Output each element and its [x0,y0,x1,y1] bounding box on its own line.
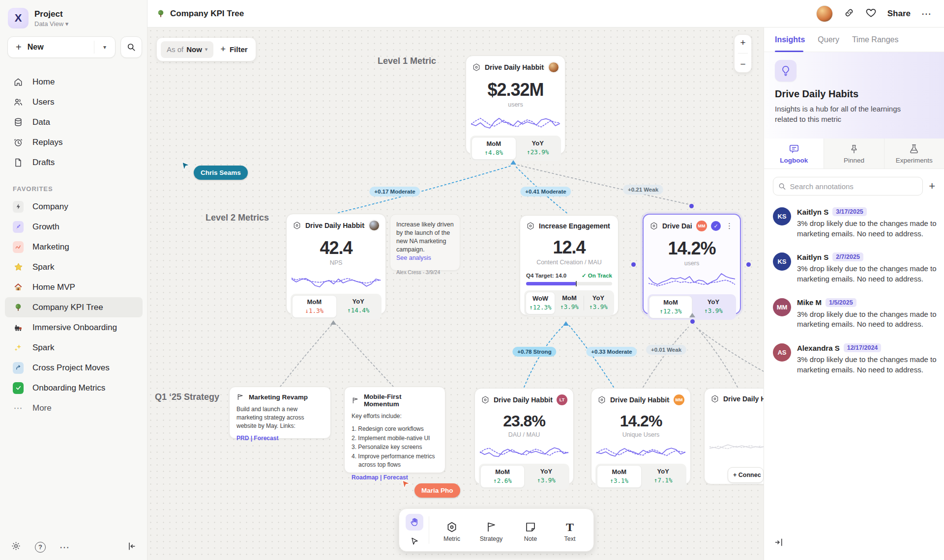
panel-collapse-icon[interactable] [774,537,784,549]
pointer-tool-icon[interactable] [410,537,419,546]
sidebar-item-drafts[interactable]: Drafts [5,152,143,172]
tab-insights[interactable]: Insights [775,35,805,44]
sidebar-item-cross-project-moves[interactable]: Cross Project Moves [5,358,143,378]
sidebar-item-users[interactable]: Users [5,92,143,112]
metric-card-l2c-selected[interactable]: Drive Daily Habb.. MM ✓ ⋮ 14.2% users Mo… [643,214,741,314]
selection-handle[interactable] [689,204,694,208]
subtab-pinned[interactable]: Pinned [824,139,884,168]
annotation-item[interactable]: AS Alexandra S12/17/2024 3% drop likely … [764,336,944,382]
annotation-item[interactable]: MM Mike M1/5/2025 3% drop likely due to … [764,291,944,336]
stat-mom[interactable]: MoM↑3.9% [555,292,584,314]
strategy-card-marketing-revamp[interactable]: Marketing Revamp Build and launch a new … [229,387,331,439]
sidebar-item-spark[interactable]: Spark [5,257,143,277]
owner-avatar[interactable] [369,220,380,231]
stat-yoy[interactable]: YoY↑3.9% [692,296,735,318]
stat-mom[interactable]: MoM↑12.3% [649,296,692,318]
subtab-logbook[interactable]: Logbook [764,139,824,168]
chevron-down-icon[interactable]: ▾ [94,44,115,51]
user-avatar[interactable] [816,5,833,22]
project-view-selector[interactable]: Data View ▾ [34,20,68,28]
add-annotation-button[interactable]: + [929,180,935,193]
train-icon [13,323,24,332]
zoom-out-button[interactable]: − [740,59,745,70]
rocket-icon [13,221,24,233]
sidebar-item-company-kpi-tree[interactable]: Company KPI Tree [5,297,143,317]
stat-yoy[interactable]: YoY↑3.9% [584,292,613,314]
note-see-analysis-link[interactable]: See analysis [396,254,454,262]
correlation-badge[interactable]: +0.33 Moderate [586,347,637,357]
sidebar-item-company[interactable]: Company [5,196,143,217]
metric-tool-button[interactable]: Metric [432,518,472,542]
metric-card-l1[interactable]: Drive Daily Habbits $2.32M users MoM↑4.8… [466,56,565,154]
project-switcher[interactable]: X Project Data View ▾ [8,8,68,28]
sidebar-item-marketing[interactable]: Marketing [5,237,143,257]
sidebar-item-home[interactable]: Home [5,72,143,92]
strategy-tool-button[interactable]: Strategy [472,518,511,542]
stat-mom[interactable]: MoM↓1.3% [292,295,337,318]
stat-yoy[interactable]: YoY↑7.1% [642,465,685,488]
metric-card-l2b[interactable]: Increase Engagement 12.4 Content Creatio… [520,215,619,315]
help-icon[interactable]: ? [35,542,46,553]
annotation-item[interactable]: KS Kaitlyn S3/17/2025 3% drop likely due… [764,200,944,246]
kebab-menu-icon[interactable]: ⋮ [725,222,734,230]
stat-wow[interactable]: WoW↑12.3% [526,292,555,314]
sidebar-item-onboarding-metrics[interactable]: Onboarding Metrics [5,378,143,398]
metric-card-l3a[interactable]: Drive Daily Habbits LT 23.8% DAU / MAU M… [474,388,574,484]
connect-button[interactable]: + Connec [728,467,764,483]
sidebar-item-more[interactable]: ⋯ More [5,398,143,418]
zoom-in-button[interactable]: + [740,37,745,48]
copy-link-icon[interactable] [844,7,855,20]
owner-badge[interactable]: LT [557,394,567,405]
strategy-links[interactable]: PRD | Forecast [236,435,324,442]
annotation-search-box[interactable] [773,177,923,196]
settings-gear-icon[interactable] [11,541,21,553]
stat-mom[interactable]: MoM↑2.6% [480,465,525,488]
correlation-badge[interactable]: +0.41 Moderate [520,187,571,196]
correlation-badge[interactable]: +0.21 Weak [623,185,663,195]
owner-badge[interactable]: MM [696,221,707,231]
asof-selector[interactable]: As ofNow▾ [161,41,213,58]
favorite-heart-icon[interactable] [865,7,877,20]
sidebar-item-replays[interactable]: Replays [5,132,143,152]
metric-card-l2a[interactable]: Drive Daily Habbits 42.4 NPS MoM↓1.3% Yo… [286,214,386,314]
note-tool-button[interactable]: Note [511,518,550,542]
stat-yoy[interactable]: YoY↑23.9% [516,137,560,160]
correlation-badge[interactable]: +0.78 Strong [512,347,556,357]
sidebar-item-spark-2[interactable]: Spark [5,337,143,358]
selection-handle[interactable] [746,262,751,267]
annotation-item[interactable]: KS Kaitlyn S2/7/2025 3% drop likely due … [764,246,944,291]
subtab-experiments[interactable]: Experiments [884,139,944,168]
selection-handle[interactable] [631,262,636,267]
more-options-icon[interactable]: ⋯ [59,541,70,553]
tab-query[interactable]: Query [818,35,839,44]
strategy-links[interactable]: Roadmap | Forecast [352,474,438,481]
note-card[interactable]: Increase likely driven by the launch of … [390,214,460,271]
hand-tool-button[interactable] [406,514,423,531]
owner-avatar[interactable] [548,62,559,73]
sidebar-item-home-mvp[interactable]: Home MVP [5,277,143,297]
correlation-badge[interactable]: +0.17 Moderate [369,187,420,196]
sidebar-item-data[interactable]: Data [5,112,143,132]
kpi-tree-canvas[interactable]: Level 1 Metric Level 2 Metrics Q1 ‘25 St… [148,28,764,560]
filter-button[interactable]: + Filter [220,44,247,55]
stat-mom[interactable]: MoM↑4.8% [472,137,516,160]
metric-card-l3b[interactable]: Drive Daily Habbits MM 14.2% Unique User… [591,388,691,484]
stat-yoy[interactable]: YoY↑3.9% [525,465,568,488]
tab-time-ranges[interactable]: Time Ranges [852,35,899,44]
share-button[interactable]: Share [887,9,911,19]
selection-handle[interactable] [690,319,695,324]
owner-badge[interactable]: MM [674,394,684,405]
strategy-card-mobile-first[interactable]: Mobile-First Momentum Key efforts includ… [344,387,445,473]
sidebar-item-growth[interactable]: Growth [5,217,143,237]
search-button[interactable] [120,36,142,58]
sidebar-collapse-icon[interactable] [127,541,137,553]
new-button[interactable]: + New ▾ [7,36,116,58]
more-options-icon[interactable]: ⋯ [921,8,932,20]
metric-hexagon-icon [597,395,606,404]
sidebar-item-immersive-onboarding[interactable]: Immersive Onboarding [5,317,143,337]
stat-mom[interactable]: MoM↑3.1% [597,465,642,488]
correlation-badge[interactable]: +0.01 Weak [646,345,686,355]
annotation-search-input[interactable] [790,182,918,191]
text-tool-button[interactable]: T Text [550,518,590,542]
stat-yoy[interactable]: YoY↑14.4% [337,295,381,318]
